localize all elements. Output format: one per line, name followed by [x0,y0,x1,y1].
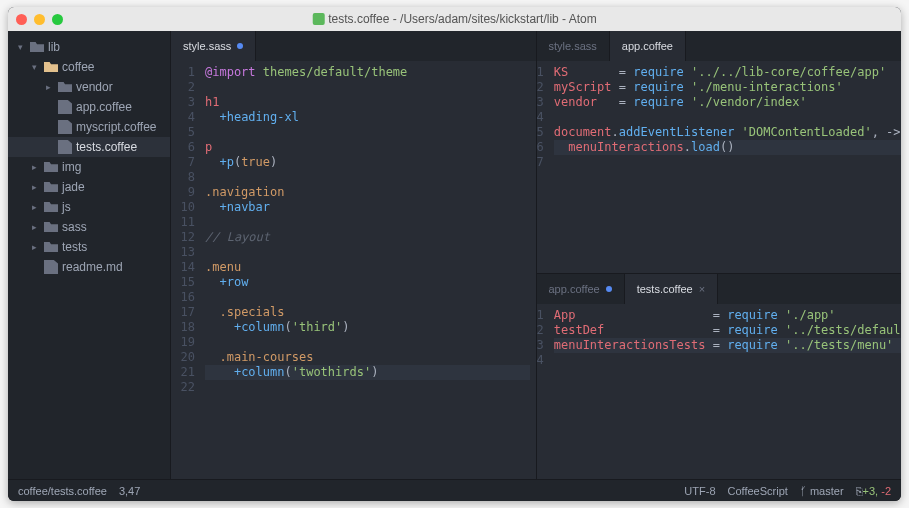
code-line[interactable] [205,125,530,140]
line-number: 11 [171,215,195,230]
tree-item-lib[interactable]: ▾lib [8,37,170,57]
close-icon[interactable]: × [699,283,705,295]
code-line[interactable]: .navigation [205,185,530,200]
editor[interactable]: 1234 App = require './app'testDef = requ… [537,304,902,479]
tree-item-readme-md[interactable]: readme.md [8,257,170,277]
code-area[interactable]: @import themes/default/themeh1 +heading-… [201,61,536,479]
tree-item-app-coffee[interactable]: app.coffee [8,97,170,117]
status-path[interactable]: coffee/tests.coffee [18,485,107,497]
tab-bar[interactable]: style.sassapp.coffee [537,31,902,61]
status-grammar[interactable]: CoffeeScript [728,485,788,497]
tab-label: style.sass [183,40,231,52]
code-line[interactable]: KS = require '../../lib-core/coffee/app' [554,65,901,80]
code-line[interactable]: vendor = require './vendor/index' [554,95,901,110]
zoom-icon[interactable] [52,14,63,25]
tree-item-label: js [62,200,71,214]
tab-style-sass[interactable]: style.sass [537,31,610,61]
tree-item-label: app.coffee [76,100,132,114]
editor[interactable]: 1234567 KS = require '../../lib-core/cof… [537,61,902,273]
code-line[interactable]: .menu [205,260,530,275]
line-number: 12 [171,230,195,245]
code-line[interactable]: menuInteractions.load() [554,140,901,155]
tree-item-coffee[interactable]: ▾coffee [8,57,170,77]
tab-bar[interactable]: app.coffeetests.coffee× [537,274,902,304]
workspace: ▾lib▾coffee▸vendorapp.coffeemyscript.cof… [8,31,901,479]
tab-label: app.coffee [549,283,600,295]
modified-icon [606,286,612,292]
code-line[interactable]: @import themes/default/theme [205,65,530,80]
line-number: 18 [171,320,195,335]
code-line[interactable] [554,353,901,368]
code-line[interactable]: +p(true) [205,155,530,170]
tree-item-label: tests.coffee [76,140,137,154]
code-line[interactable]: .specials [205,305,530,320]
folder-icon [30,40,44,54]
line-number: 4 [171,110,195,125]
file-icon [44,260,58,274]
tree-item-tests-coffee[interactable]: tests.coffee [8,137,170,157]
window-title: tests.coffee - /Users/adam/sites/kicksta… [312,12,597,26]
code-line[interactable] [205,170,530,185]
close-icon[interactable] [16,14,27,25]
code-line[interactable]: .main-courses [205,350,530,365]
tab-tests-coffee[interactable]: tests.coffee× [625,274,719,304]
code-line[interactable]: +row [205,275,530,290]
line-number: 3 [537,338,544,353]
folder-icon [44,220,58,234]
code-line[interactable]: document.addEventListener 'DOMContentLoa… [554,125,901,140]
file-icon [58,140,72,154]
minimize-icon[interactable] [34,14,45,25]
code-area[interactable]: App = require './app'testDef = require '… [550,304,901,479]
code-line[interactable] [205,245,530,260]
code-line[interactable] [205,380,530,395]
code-line[interactable] [554,155,901,170]
code-line[interactable]: // Layout [205,230,530,245]
line-number: 14 [171,260,195,275]
status-branch[interactable]: ᚶ master [800,485,844,497]
tab-bar[interactable]: style.sass [171,31,536,61]
line-number: 5 [171,125,195,140]
tree-item-sass[interactable]: ▸sass [8,217,170,237]
tree-item-img[interactable]: ▸img [8,157,170,177]
code-line[interactable]: menuInteractionsTests = require '../test… [554,338,901,353]
tree-item-tests[interactable]: ▸tests [8,237,170,257]
tree-item-myscript-coffee[interactable]: myscript.coffee [8,117,170,137]
code-line[interactable]: myScript = require './menu-interactions' [554,80,901,95]
status-cursor[interactable]: 3,47 [119,485,140,497]
tree-view[interactable]: ▾lib▾coffee▸vendorapp.coffeemyscript.cof… [8,31,170,479]
line-number: 2 [171,80,195,95]
code-line[interactable] [205,215,530,230]
tab-app-coffee[interactable]: app.coffee [610,31,686,61]
tree-item-label: sass [62,220,87,234]
status-encoding[interactable]: UTF-8 [684,485,715,497]
status-git-diff[interactable]: ⎘+3, -2 [856,485,891,497]
tree-item-vendor[interactable]: ▸vendor [8,77,170,97]
tab-app-coffee[interactable]: app.coffee [537,274,625,304]
code-line[interactable]: +navbar [205,200,530,215]
code-line[interactable]: +heading-xl [205,110,530,125]
code-line[interactable]: +column('third') [205,320,530,335]
tree-item-js[interactable]: ▸js [8,197,170,217]
editor[interactable]: 12345678910111213141516171819202122 @imp… [171,61,536,479]
file-icon [58,120,72,134]
code-line[interactable]: p [205,140,530,155]
code-line[interactable]: App = require './app' [554,308,901,323]
code-line[interactable]: h1 [205,95,530,110]
tab-style-sass[interactable]: style.sass [171,31,256,61]
code-line[interactable] [554,110,901,125]
code-line[interactable]: +column('twothirds') [205,365,530,380]
app-window: tests.coffee - /Users/adam/sites/kicksta… [8,7,901,501]
line-number: 10 [171,200,195,215]
code-line[interactable] [205,80,530,95]
folder-icon [44,200,58,214]
window-controls [16,14,63,25]
line-number: 6 [171,140,195,155]
code-line[interactable] [205,335,530,350]
code-line[interactable] [205,290,530,305]
tree-item-jade[interactable]: ▸jade [8,177,170,197]
code-area[interactable]: KS = require '../../lib-core/coffee/app'… [550,61,901,273]
file-icon [58,100,72,114]
folder-icon [44,240,58,254]
code-line[interactable]: testDef = require '../tests/default' [554,323,901,338]
top-right-pane: style.sassapp.coffee 1234567 KS = requir… [537,31,902,273]
